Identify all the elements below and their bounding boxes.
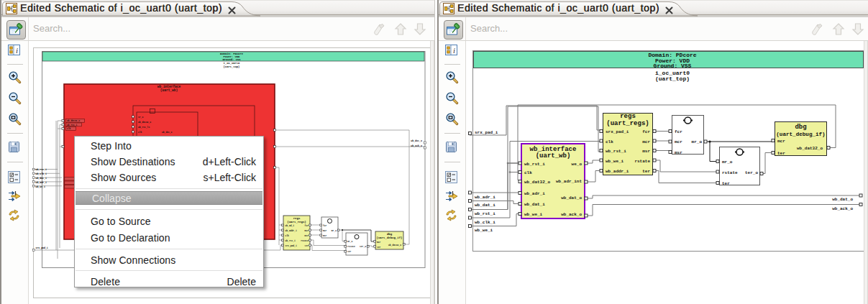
svg-text:wb_ack_o: wb_ack_o: [411, 144, 422, 147]
svg-text:msr: msr: [642, 149, 650, 154]
svg-text:dbg: dbg: [387, 233, 393, 236]
svg-text:(uart_regs): (uart_regs): [287, 221, 306, 224]
svg-text:i_oc_uart0: i_oc_uart0: [224, 62, 241, 65]
svg-text:wb_adr_int: wb_adr_int: [556, 179, 582, 184]
svg-text:msr: msr: [305, 235, 309, 237]
svg-text:ter_o: ter_o: [745, 170, 758, 175]
svg-text:wb_ack_o: wb_ack_o: [561, 212, 582, 217]
svg-text:wb_dat_i: wb_dat_i: [475, 203, 495, 208]
svg-text:wb_rst_i: wb_rst_i: [36, 168, 47, 171]
svg-text:fcr: fcr: [323, 224, 327, 227]
svg-text:regs: regs: [620, 113, 636, 120]
svg-text:wb_adr_i: wb_adr_i: [36, 181, 47, 184]
svg-text:wb_dat_i: wb_dat_i: [524, 202, 545, 207]
svg-text:wb_clk_i: wb_clk_i: [475, 220, 495, 225]
svg-text:(uart_debug_if): (uart_debug_if): [376, 236, 402, 239]
svg-text:regs: regs: [293, 217, 301, 220]
svg-text:srx_pad_i: srx_pad_i: [36, 247, 48, 249]
svg-text:mcr: mcr: [323, 230, 327, 232]
svg-text:fcr: fcr: [305, 224, 309, 227]
svg-text:wb_ack_o: wb_ack_o: [832, 206, 853, 211]
svg-text:ter: ter: [642, 169, 650, 174]
svg-text:rstate: rstate: [301, 240, 309, 242]
svg-text:clk: clk: [524, 170, 532, 175]
svg-text:wb_addr_i: wb_addr_i: [285, 229, 297, 232]
svg-text:wb_dat_o: wb_dat_o: [561, 195, 582, 201]
svg-text:wb_dat32_o: wb_dat32_o: [524, 180, 550, 185]
svg-text:wb_adr_i: wb_adr_i: [524, 191, 545, 196]
svg-text:wb_dat32_o: wb_dat32_o: [138, 121, 151, 124]
svg-text:mcr: mcr: [642, 139, 650, 144]
svg-text:srx_pad_i: srx_pad_i: [475, 130, 498, 135]
svg-text:ter: ter: [722, 181, 730, 186]
svg-text:wb_dat_i: wb_dat_i: [36, 177, 47, 180]
svg-text:mcr: mcr: [777, 139, 785, 144]
svg-text:(uart_debug_if): (uart_debug_if): [776, 132, 825, 137]
svg-text:wb_ad_i: wb_ad_i: [285, 224, 295, 227]
svg-text:(uart_top): (uart_top): [224, 65, 240, 68]
svg-text:srx_pad_i: srx_pad_i: [285, 244, 297, 247]
svg-text:mr_o: mr_o: [692, 139, 703, 144]
svg-text:wb_rst_i: wb_rst_i: [606, 149, 626, 154]
svg-text:wb_rst_i: wb_rst_i: [285, 239, 296, 242]
svg-text:wb_adr_i: wb_adr_i: [475, 195, 495, 200]
svg-text:ter: ter: [305, 245, 309, 247]
svg-text:wb_dat_o: wb_dat_o: [832, 197, 853, 202]
svg-text:wb_addr_i: wb_addr_i: [606, 169, 629, 174]
svg-text:Ground: VSS: Ground: VSS: [654, 63, 692, 69]
svg-text:we_o: we_o: [572, 162, 583, 167]
svg-text:rstate: rstate: [347, 246, 355, 248]
svg-text:clk: clk: [138, 131, 142, 134]
svg-text:clk: clk: [606, 139, 613, 144]
svg-text:(uart_wb): (uart_wb): [536, 152, 571, 160]
svg-text:srx_pad_i: srx_pad_i: [606, 129, 629, 134]
svg-text:mr_o: mr_o: [347, 241, 352, 243]
svg-text:clk: clk: [285, 234, 290, 237]
svg-text:i: i: [453, 46, 455, 55]
svg-text:sr_o: sr_o: [138, 116, 143, 119]
svg-text:wb_rst_i: wb_rst_i: [67, 124, 78, 126]
svg-text:mcr: mcr: [377, 241, 381, 244]
svg-text:mcr: mcr: [305, 230, 309, 232]
svg-text:msr: msr: [675, 150, 682, 155]
svg-text:wb_dat_o: wb_dat_o: [411, 139, 422, 142]
svg-text:fcr: fcr: [642, 129, 650, 134]
svg-text:dbg: dbg: [795, 124, 806, 131]
svg-text:rstate: rstate: [634, 159, 650, 164]
svg-text:wb_clk_i: wb_clk_i: [36, 172, 47, 175]
svg-text:wb_we_i: wb_we_i: [524, 212, 543, 217]
svg-text:wb_we_i: wb_we_i: [606, 159, 624, 164]
svg-text:mr_o: mr_o: [332, 230, 337, 232]
svg-text:wb_rst_ls: wb_rst_ls: [138, 126, 150, 129]
svg-text:fcr: fcr: [675, 129, 682, 134]
svg-text:mr_o: mr_o: [722, 160, 733, 165]
svg-text:wb_dat32_o: wb_dat32_o: [388, 244, 401, 247]
svg-text:(uart_top): (uart_top): [655, 75, 690, 82]
svg-text:ter: ter: [777, 151, 785, 156]
svg-text:ter: ter: [347, 251, 352, 253]
svg-text:wb_dat32_o: wb_dat32_o: [67, 119, 80, 122]
svg-text:rstate: rstate: [722, 170, 738, 175]
svg-text:wb_rst_i: wb_rst_i: [475, 211, 495, 216]
svg-text:(uart_wb): (uart_wb): [160, 88, 178, 92]
svg-text:i: i: [16, 46, 18, 55]
svg-text:(uart_regs): (uart_regs): [606, 120, 649, 127]
svg-text:mcr: mcr: [675, 139, 682, 144]
svg-text:Ground: VSS: Ground: VSS: [222, 58, 241, 61]
svg-text:wb_dat32_o: wb_dat32_o: [797, 146, 823, 151]
svg-text:wb_dat_o: wb_dat_o: [162, 131, 173, 134]
svg-text:ter_o: ter_o: [360, 246, 366, 248]
svg-text:wb_we_i: wb_we_i: [36, 185, 45, 188]
svg-text:wb_we_i: wb_we_i: [475, 228, 493, 233]
svg-text:msr: msr: [323, 235, 327, 237]
svg-text:ter: ter: [377, 247, 381, 249]
svg-text:clk: clk: [67, 127, 71, 130]
svg-text:wb_rst_i: wb_rst_i: [524, 162, 545, 167]
